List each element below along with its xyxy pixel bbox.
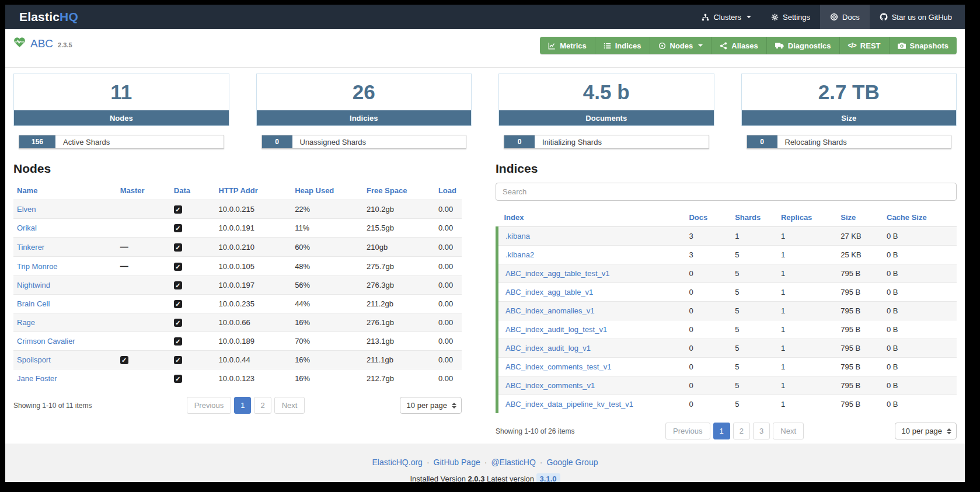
indices-per-page-select[interactable]: 10 per page bbox=[895, 423, 957, 439]
indices-page-next[interactable]: Next bbox=[773, 423, 804, 439]
node-data-cell: ✓ bbox=[170, 276, 215, 295]
checked-checkbox-icon: ✓ bbox=[174, 224, 182, 232]
nodes-col-name[interactable]: Name bbox=[13, 182, 117, 200]
brand-hq: HQ bbox=[60, 10, 78, 24]
nav-item-label: Clusters bbox=[713, 13, 741, 22]
index-name-link[interactable]: ABC_index_comments_v1 bbox=[505, 381, 595, 390]
index-cache-size-cell: 0 B bbox=[883, 302, 957, 320]
index-cache-size-cell: 0 B bbox=[883, 339, 957, 358]
heart-pulse-icon bbox=[13, 37, 26, 50]
tables-section: Nodes NameMasterDataHTTP AddrHeap UsedFr… bbox=[13, 162, 957, 439]
table-row: Jane Foster✓10.0.0.12316%212.7gb0.00 bbox=[13, 369, 462, 388]
node-data-cell: ✓ bbox=[170, 200, 215, 219]
chevron-down-icon bbox=[698, 44, 703, 47]
navbar: ElasticHQ ClustersSettingsDocsStar us on… bbox=[5, 5, 965, 29]
node-master-cell bbox=[117, 369, 170, 388]
indices-col-replicas[interactable]: Replicas bbox=[777, 208, 837, 227]
nodes-button[interactable]: Nodes bbox=[650, 37, 712, 54]
stat-label: Indicies bbox=[257, 110, 472, 125]
index-size-cell: 795 B bbox=[837, 283, 883, 302]
table-row: ABC_index_agg_table_test_v1051795 B0 B bbox=[497, 264, 957, 283]
nodes-col-free-space[interactable]: Free Space bbox=[363, 182, 435, 200]
indices-col-shards[interactable]: Shards bbox=[731, 208, 777, 227]
index-name-link[interactable]: ABC_index_data_pipeline_kv_test_v1 bbox=[505, 400, 633, 409]
node-name-link[interactable]: Crimson Cavalier bbox=[17, 337, 75, 346]
node-data-cell: ✓ bbox=[170, 238, 215, 257]
stat-card-documents: 4.5 bDocuments bbox=[498, 74, 714, 126]
index-cache-size-cell: 0 B bbox=[883, 320, 957, 339]
node-name-link[interactable]: Orikal bbox=[17, 224, 37, 232]
node-name-link[interactable]: Spoilsport bbox=[17, 355, 51, 364]
aliases-button[interactable]: Aliases bbox=[712, 37, 767, 54]
footer-link--elastichq[interactable]: @ElasticHQ bbox=[491, 458, 535, 467]
nav-item-star-us-on-github[interactable]: Star us on GitHub bbox=[870, 5, 965, 29]
node-name-link[interactable]: Rage bbox=[17, 318, 35, 327]
nodes-page-previous[interactable]: Previous bbox=[187, 397, 232, 414]
index-name-link[interactable]: .kibana2 bbox=[505, 250, 534, 259]
brand-logo[interactable]: ElasticHQ bbox=[19, 5, 78, 29]
node-name-link[interactable]: Nightwind bbox=[17, 281, 50, 289]
rest-button[interactable]: </>REST bbox=[840, 37, 890, 54]
node-name-link[interactable]: Jane Foster bbox=[17, 374, 57, 383]
nodes-page-1[interactable]: 1 bbox=[234, 397, 251, 414]
indices-page-previous[interactable]: Previous bbox=[665, 423, 710, 439]
nodes-col-data[interactable]: Data bbox=[170, 182, 215, 200]
footer-link-elastichq-org[interactable]: ElasticHQ.org bbox=[372, 458, 423, 467]
dash-icon: — bbox=[120, 242, 128, 252]
node-http-cell: 10.0.0.66 bbox=[215, 313, 292, 332]
indices-page-3[interactable]: 3 bbox=[753, 423, 770, 439]
index-name-link[interactable]: ABC_index_agg_table_v1 bbox=[505, 288, 593, 296]
checked-checkbox-icon: ✓ bbox=[174, 243, 182, 252]
indices-button[interactable]: Indices bbox=[595, 37, 650, 54]
metrics-button[interactable]: Metrics bbox=[540, 37, 595, 54]
indices-search-input[interactable] bbox=[496, 183, 957, 201]
index-name-link[interactable]: ABC_index_anomalies_v1 bbox=[505, 306, 594, 315]
index-shards-cell: 5 bbox=[731, 246, 777, 264]
shard-count: 156 bbox=[19, 135, 55, 148]
node-name-cell: Tinkerer bbox=[13, 238, 117, 257]
node-name-link[interactable]: Tinkerer bbox=[17, 243, 44, 252]
nodes-page-next[interactable]: Next bbox=[274, 397, 305, 414]
nodes-per-page-select[interactable]: 10 per page bbox=[400, 397, 462, 414]
indices-col-index[interactable]: Index bbox=[497, 208, 686, 227]
node-name-link[interactable]: Elven bbox=[17, 205, 36, 214]
index-replicas-cell: 1 bbox=[777, 264, 837, 283]
index-name-link[interactable]: ABC_index_audit_log_v1 bbox=[505, 344, 591, 353]
index-name-link[interactable]: ABC_index_agg_table_test_v1 bbox=[505, 269, 610, 278]
index-name-link[interactable]: .kibana bbox=[505, 232, 530, 240]
index-name-link[interactable]: ABC_index_comments_test_v1 bbox=[505, 362, 611, 371]
indices-col-size[interactable]: Size bbox=[837, 208, 883, 227]
indices-col-cache-size[interactable]: Cache Size bbox=[883, 208, 957, 227]
indices-showing-text: Showing 1-10 of 26 items bbox=[496, 427, 574, 435]
node-data-cell: ✓ bbox=[170, 295, 215, 313]
nodes-col-master[interactable]: Master bbox=[117, 182, 170, 200]
indices-col-docs[interactable]: Docs bbox=[685, 208, 731, 227]
indices-page-2[interactable]: 2 bbox=[733, 423, 750, 439]
footer-link-github-page[interactable]: GitHub Page bbox=[434, 458, 480, 467]
node-name-link[interactable]: Brain Cell bbox=[17, 299, 50, 308]
diagnostics-button[interactable]: Diagnostics bbox=[767, 37, 840, 54]
index-size-cell: 795 B bbox=[837, 264, 883, 283]
nodes-col-http-addr[interactable]: HTTP Addr bbox=[215, 182, 292, 200]
node-data-cell: ✓ bbox=[170, 219, 215, 238]
nodes-col-heap-used[interactable]: Heap Used bbox=[291, 182, 363, 200]
node-load-cell: 0.00 bbox=[435, 200, 462, 219]
table-row: Tinkerer—✓10.0.0.21060%210gb0.00 bbox=[13, 238, 462, 257]
nodes-col-load[interactable]: Load bbox=[435, 182, 462, 200]
cluster-name-link[interactable]: ABC bbox=[30, 37, 53, 50]
snapshots-button[interactable]: Snapshots bbox=[890, 37, 957, 54]
node-name-link[interactable]: Trip Monroe bbox=[17, 262, 58, 271]
nav-item-docs[interactable]: Docs bbox=[820, 5, 870, 29]
index-name-link[interactable]: ABC_index_audit_log_test_v1 bbox=[505, 325, 607, 334]
select-arrows-icon bbox=[947, 428, 951, 434]
nav-item-settings[interactable]: Settings bbox=[761, 5, 820, 29]
nodes-page-2[interactable]: 2 bbox=[254, 397, 271, 414]
table-row: Rage✓10.0.0.6616%276.1gb0.00 bbox=[13, 313, 462, 332]
indices-page-1[interactable]: 1 bbox=[713, 423, 730, 439]
node-name-cell: Jane Foster bbox=[13, 369, 117, 388]
table-row: ABC_index_agg_table_v1051795 B0 B bbox=[497, 283, 957, 302]
nav-item-clusters[interactable]: Clusters bbox=[692, 5, 761, 29]
footer-link-google-group[interactable]: Google Group bbox=[547, 458, 598, 467]
button-label: Nodes bbox=[670, 41, 693, 50]
node-free-space-cell: 215.5gb bbox=[363, 219, 435, 238]
